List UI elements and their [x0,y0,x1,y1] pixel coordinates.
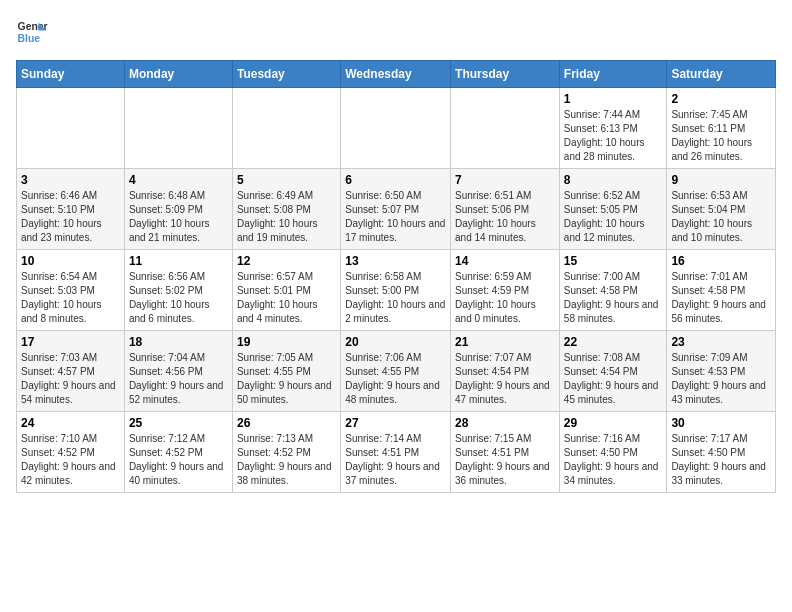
weekday-header: Wednesday [341,61,451,88]
weekday-header: Friday [559,61,667,88]
calendar-cell [124,88,232,169]
day-info: Sunrise: 7:45 AM Sunset: 6:11 PM Dayligh… [671,108,771,164]
day-number: 14 [455,254,555,268]
calendar-cell: 9Sunrise: 6:53 AM Sunset: 5:04 PM Daylig… [667,169,776,250]
day-number: 30 [671,416,771,430]
calendar-cell [17,88,125,169]
day-info: Sunrise: 6:48 AM Sunset: 5:09 PM Dayligh… [129,189,228,245]
calendar-cell: 29Sunrise: 7:16 AM Sunset: 4:50 PM Dayli… [559,412,667,493]
day-info: Sunrise: 7:15 AM Sunset: 4:51 PM Dayligh… [455,432,555,488]
calendar-cell: 22Sunrise: 7:08 AM Sunset: 4:54 PM Dayli… [559,331,667,412]
day-number: 11 [129,254,228,268]
day-info: Sunrise: 7:10 AM Sunset: 4:52 PM Dayligh… [21,432,120,488]
day-number: 23 [671,335,771,349]
day-info: Sunrise: 6:46 AM Sunset: 5:10 PM Dayligh… [21,189,120,245]
calendar-cell: 16Sunrise: 7:01 AM Sunset: 4:58 PM Dayli… [667,250,776,331]
calendar-cell: 28Sunrise: 7:15 AM Sunset: 4:51 PM Dayli… [451,412,560,493]
calendar-week: 1Sunrise: 7:44 AM Sunset: 6:13 PM Daylig… [17,88,776,169]
day-number: 7 [455,173,555,187]
calendar-cell: 4Sunrise: 6:48 AM Sunset: 5:09 PM Daylig… [124,169,232,250]
calendar-cell: 17Sunrise: 7:03 AM Sunset: 4:57 PM Dayli… [17,331,125,412]
calendar-table: SundayMondayTuesdayWednesdayThursdayFrid… [16,60,776,493]
calendar-header: SundayMondayTuesdayWednesdayThursdayFrid… [17,61,776,88]
day-number: 10 [21,254,120,268]
calendar-cell: 15Sunrise: 7:00 AM Sunset: 4:58 PM Dayli… [559,250,667,331]
calendar-cell: 20Sunrise: 7:06 AM Sunset: 4:55 PM Dayli… [341,331,451,412]
calendar-cell: 27Sunrise: 7:14 AM Sunset: 4:51 PM Dayli… [341,412,451,493]
day-info: Sunrise: 7:03 AM Sunset: 4:57 PM Dayligh… [21,351,120,407]
weekday-header: Tuesday [232,61,340,88]
calendar-cell [451,88,560,169]
day-info: Sunrise: 7:01 AM Sunset: 4:58 PM Dayligh… [671,270,771,326]
day-number: 27 [345,416,446,430]
day-number: 20 [345,335,446,349]
calendar-cell: 6Sunrise: 6:50 AM Sunset: 5:07 PM Daylig… [341,169,451,250]
day-number: 9 [671,173,771,187]
calendar-body: 1Sunrise: 7:44 AM Sunset: 6:13 PM Daylig… [17,88,776,493]
calendar-week: 24Sunrise: 7:10 AM Sunset: 4:52 PM Dayli… [17,412,776,493]
svg-text:General: General [18,21,48,32]
calendar-cell: 3Sunrise: 6:46 AM Sunset: 5:10 PM Daylig… [17,169,125,250]
day-info: Sunrise: 7:05 AM Sunset: 4:55 PM Dayligh… [237,351,336,407]
header: General Blue [16,16,776,48]
calendar-cell: 23Sunrise: 7:09 AM Sunset: 4:53 PM Dayli… [667,331,776,412]
svg-text:Blue: Blue [18,33,41,44]
day-info: Sunrise: 7:06 AM Sunset: 4:55 PM Dayligh… [345,351,446,407]
calendar-cell: 18Sunrise: 7:04 AM Sunset: 4:56 PM Dayli… [124,331,232,412]
day-info: Sunrise: 6:51 AM Sunset: 5:06 PM Dayligh… [455,189,555,245]
day-number: 24 [21,416,120,430]
day-number: 29 [564,416,663,430]
calendar-cell: 14Sunrise: 6:59 AM Sunset: 4:59 PM Dayli… [451,250,560,331]
day-number: 6 [345,173,446,187]
day-number: 3 [21,173,120,187]
day-number: 5 [237,173,336,187]
day-number: 15 [564,254,663,268]
day-info: Sunrise: 7:08 AM Sunset: 4:54 PM Dayligh… [564,351,663,407]
calendar-cell [341,88,451,169]
day-info: Sunrise: 6:54 AM Sunset: 5:03 PM Dayligh… [21,270,120,326]
calendar-cell: 1Sunrise: 7:44 AM Sunset: 6:13 PM Daylig… [559,88,667,169]
calendar-cell: 26Sunrise: 7:13 AM Sunset: 4:52 PM Dayli… [232,412,340,493]
day-info: Sunrise: 7:12 AM Sunset: 4:52 PM Dayligh… [129,432,228,488]
day-number: 2 [671,92,771,106]
day-number: 17 [21,335,120,349]
day-info: Sunrise: 7:17 AM Sunset: 4:50 PM Dayligh… [671,432,771,488]
day-number: 18 [129,335,228,349]
calendar-cell [232,88,340,169]
day-info: Sunrise: 7:16 AM Sunset: 4:50 PM Dayligh… [564,432,663,488]
calendar-week: 3Sunrise: 6:46 AM Sunset: 5:10 PM Daylig… [17,169,776,250]
day-info: Sunrise: 7:09 AM Sunset: 4:53 PM Dayligh… [671,351,771,407]
day-number: 21 [455,335,555,349]
day-number: 26 [237,416,336,430]
calendar-cell: 24Sunrise: 7:10 AM Sunset: 4:52 PM Dayli… [17,412,125,493]
day-info: Sunrise: 7:13 AM Sunset: 4:52 PM Dayligh… [237,432,336,488]
calendar-cell: 7Sunrise: 6:51 AM Sunset: 5:06 PM Daylig… [451,169,560,250]
day-info: Sunrise: 7:07 AM Sunset: 4:54 PM Dayligh… [455,351,555,407]
calendar-cell: 13Sunrise: 6:58 AM Sunset: 5:00 PM Dayli… [341,250,451,331]
day-info: Sunrise: 7:14 AM Sunset: 4:51 PM Dayligh… [345,432,446,488]
day-info: Sunrise: 6:57 AM Sunset: 5:01 PM Dayligh… [237,270,336,326]
weekday-header: Sunday [17,61,125,88]
calendar-cell: 19Sunrise: 7:05 AM Sunset: 4:55 PM Dayli… [232,331,340,412]
calendar-cell: 10Sunrise: 6:54 AM Sunset: 5:03 PM Dayli… [17,250,125,331]
day-number: 28 [455,416,555,430]
day-number: 4 [129,173,228,187]
calendar-cell: 25Sunrise: 7:12 AM Sunset: 4:52 PM Dayli… [124,412,232,493]
day-number: 22 [564,335,663,349]
calendar-week: 10Sunrise: 6:54 AM Sunset: 5:03 PM Dayli… [17,250,776,331]
day-info: Sunrise: 6:49 AM Sunset: 5:08 PM Dayligh… [237,189,336,245]
day-info: Sunrise: 6:50 AM Sunset: 5:07 PM Dayligh… [345,189,446,245]
weekday-header: Monday [124,61,232,88]
calendar-week: 17Sunrise: 7:03 AM Sunset: 4:57 PM Dayli… [17,331,776,412]
calendar-cell: 8Sunrise: 6:52 AM Sunset: 5:05 PM Daylig… [559,169,667,250]
day-number: 16 [671,254,771,268]
day-info: Sunrise: 6:59 AM Sunset: 4:59 PM Dayligh… [455,270,555,326]
day-number: 25 [129,416,228,430]
calendar-cell: 21Sunrise: 7:07 AM Sunset: 4:54 PM Dayli… [451,331,560,412]
day-info: Sunrise: 6:56 AM Sunset: 5:02 PM Dayligh… [129,270,228,326]
calendar-cell: 12Sunrise: 6:57 AM Sunset: 5:01 PM Dayli… [232,250,340,331]
day-number: 13 [345,254,446,268]
day-info: Sunrise: 6:52 AM Sunset: 5:05 PM Dayligh… [564,189,663,245]
calendar-cell: 5Sunrise: 6:49 AM Sunset: 5:08 PM Daylig… [232,169,340,250]
calendar-cell: 2Sunrise: 7:45 AM Sunset: 6:11 PM Daylig… [667,88,776,169]
